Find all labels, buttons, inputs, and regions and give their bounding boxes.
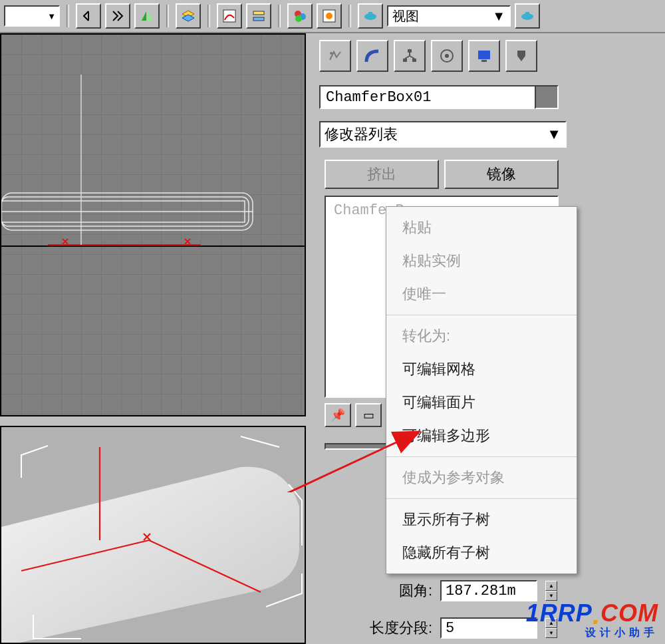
menu-hide-subtree[interactable]: 隐藏所有子树 (386, 536, 577, 569)
watermark-sub: 设计小助手 (526, 626, 658, 640)
svg-rect-6 (253, 17, 264, 21)
menu-make-reference[interactable]: 使成为参考对象 (386, 461, 577, 494)
svg-marker-3 (182, 15, 194, 21)
svg-point-11 (326, 13, 332, 19)
menu-separator (386, 315, 577, 315)
motion-tab-icon[interactable] (431, 40, 463, 72)
menu-separator (386, 456, 577, 457)
command-panel-tabs (319, 40, 537, 72)
render-view-combo[interactable]: 视图 ▼ (387, 5, 511, 27)
menu-show-subtree[interactable]: 显示所有子树 (386, 503, 577, 536)
snap-prev-icon[interactable] (76, 3, 101, 29)
toolbar-separator (278, 5, 281, 27)
svg-point-29 (330, 52, 332, 55)
snap-next-icon[interactable] (105, 3, 130, 29)
object-name-field[interactable]: ChamferBox01 (319, 85, 539, 109)
menu-make-unique[interactable]: 使唯一 (386, 277, 577, 311)
watermark-brand1: 1RRP (526, 599, 593, 627)
curve-editor-icon[interactable] (217, 3, 242, 29)
object-name-text: ChamferBox01 (326, 89, 431, 106)
schematic-view-icon[interactable] (246, 3, 271, 29)
hierarchy-tab-icon[interactable] (394, 40, 426, 72)
spinner[interactable]: ▲▼ (545, 581, 557, 601)
context-menu: 粘贴 粘贴实例 使唯一 转化为: 可编辑网格 可编辑面片 可编辑多边形 使成为参… (386, 206, 577, 574)
param-fillet-label: 圆角: (346, 581, 432, 601)
svg-marker-0 (142, 11, 146, 21)
utilities-tab-icon[interactable] (505, 40, 537, 72)
menu-convert-header: 转化为: (386, 319, 577, 353)
svg-rect-35 (478, 51, 490, 59)
svg-point-34 (445, 54, 449, 58)
svg-rect-15 (525, 12, 529, 15)
svg-rect-13 (368, 12, 372, 15)
object-color-swatch[interactable] (535, 85, 559, 109)
modifier-list-combo[interactable]: 修改器列表 ▼ (319, 121, 567, 148)
layers-icon[interactable] (176, 3, 201, 29)
svg-rect-32 (412, 59, 416, 62)
svg-point-9 (295, 15, 302, 22)
display-tab-icon[interactable] (468, 40, 500, 72)
toolbar-separator (348, 5, 351, 27)
material-editor-icon[interactable] (287, 3, 313, 29)
toolbar-separator (66, 5, 69, 27)
menu-paste-instance[interactable]: 粘贴实例 (386, 244, 577, 277)
mirror-label: 镜像 (487, 164, 516, 184)
modifier-list-label: 修改器列表 (325, 124, 398, 144)
render-last-icon[interactable] (358, 3, 383, 29)
chevron-down-icon: ▼ (492, 9, 505, 24)
svg-rect-36 (481, 60, 487, 62)
create-tab-icon[interactable] (319, 40, 351, 72)
mirror-button[interactable]: 镜像 (444, 160, 559, 189)
stack-tool-icon[interactable]: ▭ (355, 403, 382, 427)
render-view-label: 视图 (392, 7, 419, 25)
viewport-perspective[interactable] (0, 426, 306, 644)
mirror-icon[interactable] (134, 3, 160, 29)
menu-paste[interactable]: 粘贴 (386, 211, 577, 244)
toolbar-separator (207, 5, 210, 27)
svg-rect-31 (403, 59, 407, 62)
svg-marker-1 (148, 11, 152, 21)
param-lenseg-label: 长度分段: (346, 618, 432, 638)
watermark: 1RRP.COM 设计小助手 (526, 599, 658, 640)
extrude-label: 挤出 (367, 164, 396, 184)
param-fillet-value[interactable]: 187.281m (440, 580, 537, 601)
svg-rect-17 (1, 35, 306, 416)
svg-rect-30 (408, 49, 412, 53)
render-setup-icon[interactable] (317, 3, 342, 29)
param-fillet-row: 圆角: 187.281m ▲▼ (346, 580, 557, 601)
svg-rect-5 (253, 11, 264, 15)
extrude-button[interactable]: 挤出 (325, 160, 439, 189)
toolbar-separator (166, 5, 169, 27)
menu-separator (386, 498, 577, 499)
param-lenseg-value[interactable]: 5 (440, 617, 537, 639)
quick-render-icon[interactable] (515, 3, 540, 29)
menu-editable-patch[interactable]: 可编辑面片 (386, 386, 577, 419)
menu-editable-poly[interactable]: 可编辑多边形 (386, 419, 577, 452)
viewport-orthographic[interactable] (0, 33, 306, 416)
modify-tab-icon[interactable] (356, 40, 388, 72)
watermark-brand2: COM (600, 599, 658, 627)
main-toolbar: ▼ 视图 ▼ (0, 0, 665, 33)
pin-stack-icon[interactable]: 📌 (325, 403, 351, 427)
menu-editable-mesh[interactable]: 可编辑网格 (386, 353, 577, 386)
toolbar-combo-1[interactable]: ▼ (4, 5, 60, 27)
chevron-down-icon: ▼ (547, 126, 561, 143)
